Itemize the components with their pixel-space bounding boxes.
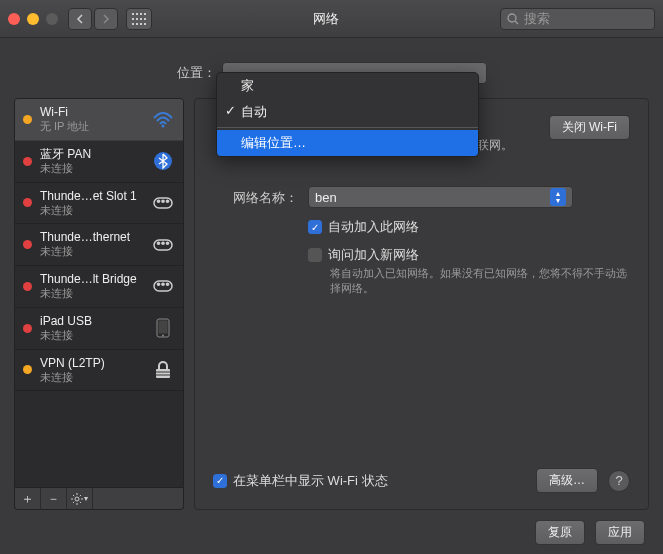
svg-rect-2 xyxy=(140,13,142,15)
toggle-wifi-button[interactable]: 关闭 Wi-Fi xyxy=(549,115,630,140)
back-button[interactable] xyxy=(68,8,92,30)
svg-point-24 xyxy=(162,335,164,337)
search-field[interactable]: 搜索 xyxy=(500,8,655,30)
remove-service-button[interactable]: － xyxy=(41,488,67,510)
bottom-bar: 复原 应用 xyxy=(0,510,663,554)
service-name: VPN (L2TP) xyxy=(40,356,143,371)
status-dot xyxy=(23,115,32,124)
checkbox-checked-icon: ✓ xyxy=(308,220,322,234)
status-dot xyxy=(23,324,32,333)
sidebar-item-3[interactable]: Thunde…thernet 未连接 ••• xyxy=(15,224,183,266)
forward-button[interactable] xyxy=(94,8,118,30)
vpn-icon xyxy=(151,360,175,380)
sidebar-item-1[interactable]: 蓝牙 PAN 未连接 xyxy=(15,141,183,183)
svg-rect-23 xyxy=(159,321,168,334)
revert-button[interactable]: 复原 xyxy=(535,520,585,545)
thunderbolt-icon: ••• xyxy=(151,235,175,255)
chevron-down-icon: ▾ xyxy=(84,494,88,503)
thunderbolt-icon: ••• xyxy=(151,276,175,296)
service-name: Thunde…lt Bridge xyxy=(40,272,143,287)
svg-rect-1 xyxy=(136,13,138,15)
service-name: iPad USB xyxy=(40,314,143,329)
menubar-label: 在菜单栏中显示 Wi-Fi 状态 xyxy=(233,472,388,490)
location-option-auto[interactable]: 自动 xyxy=(217,99,478,125)
auto-join-checkbox[interactable]: ✓ 自动加入此网络 xyxy=(308,218,630,236)
svg-text:•••: ••• xyxy=(156,236,170,251)
sidebar-item-5[interactable]: iPad USB 未连接 xyxy=(15,308,183,350)
status-dot xyxy=(23,282,32,291)
svg-rect-0 xyxy=(132,13,134,15)
location-option-home[interactable]: 家 xyxy=(217,73,478,99)
status-dot xyxy=(23,157,32,166)
service-status: 未连接 xyxy=(40,287,143,301)
svg-line-36 xyxy=(80,495,81,496)
sidebar-item-6[interactable]: VPN (L2TP) 未连接 xyxy=(15,350,183,392)
popup-arrows-icon: ▴▾ xyxy=(550,188,566,206)
sidebar-item-0[interactable]: Wi-Fi 无 IP 地址 xyxy=(15,99,183,141)
svg-rect-4 xyxy=(132,18,134,20)
help-button[interactable]: ? xyxy=(608,470,630,492)
svg-line-34 xyxy=(80,501,81,502)
ask-join-hint: 将自动加入已知网络。如果没有已知网络，您将不得不手动选择网络。 xyxy=(330,266,630,296)
svg-rect-25 xyxy=(156,369,170,378)
service-name: Wi-Fi xyxy=(40,105,143,120)
svg-rect-5 xyxy=(136,18,138,20)
wifi-icon xyxy=(151,109,175,129)
location-edit[interactable]: 编辑位置… xyxy=(217,130,478,156)
ipad-icon xyxy=(151,318,175,338)
service-status: 未连接 xyxy=(40,245,143,259)
svg-rect-7 xyxy=(144,18,146,20)
svg-text:•••: ••• xyxy=(156,277,170,292)
svg-line-33 xyxy=(73,495,74,496)
dropdown-separator xyxy=(217,127,478,128)
search-placeholder: 搜索 xyxy=(524,10,550,28)
sidebar-item-2[interactable]: Thunde…et Slot 1 未连接 ••• xyxy=(15,183,183,225)
auto-join-label: 自动加入此网络 xyxy=(328,218,419,236)
action-menu-button[interactable]: ▾ xyxy=(67,488,93,510)
search-icon xyxy=(507,13,519,25)
sidebar: Wi-Fi 无 IP 地址 蓝牙 PAN 未连接 Thunde…et Slot … xyxy=(14,98,184,488)
network-name-popup[interactable]: ben ▴▾ xyxy=(308,186,573,208)
window-title: 网络 xyxy=(152,10,500,28)
service-status: 未连接 xyxy=(40,371,143,385)
checkbox-unchecked-icon xyxy=(308,248,322,262)
add-service-button[interactable]: ＋ xyxy=(15,488,41,510)
apply-button[interactable]: 应用 xyxy=(595,520,645,545)
window-controls xyxy=(8,13,58,25)
nav-buttons xyxy=(68,8,118,30)
service-name: 蓝牙 PAN xyxy=(40,147,143,162)
titlebar: 网络 搜索 xyxy=(0,0,663,38)
gear-icon xyxy=(71,493,83,505)
location-label: 位置： xyxy=(177,64,216,82)
ask-join-label: 询问加入新网络 xyxy=(328,246,419,264)
bluetooth-icon xyxy=(151,151,175,171)
close-window-button[interactable] xyxy=(8,13,20,25)
service-name: Thunde…thernet xyxy=(40,230,143,245)
status-dot xyxy=(23,365,32,374)
service-status: 未连接 xyxy=(40,162,143,176)
service-name: Thunde…et Slot 1 xyxy=(40,189,143,204)
svg-rect-9 xyxy=(136,23,138,25)
sidebar-item-4[interactable]: Thunde…lt Bridge 未连接 ••• xyxy=(15,266,183,308)
status-dot xyxy=(23,240,32,249)
svg-rect-11 xyxy=(144,23,146,25)
advanced-button[interactable]: 高级… xyxy=(536,468,598,493)
svg-line-13 xyxy=(515,21,518,24)
svg-rect-6 xyxy=(140,18,142,20)
service-status: 未连接 xyxy=(40,329,143,343)
show-all-button[interactable] xyxy=(126,8,152,30)
service-status: 未连接 xyxy=(40,204,143,218)
checkbox-checked-icon: ✓ xyxy=(213,474,227,488)
menubar-checkbox[interactable]: ✓ 在菜单栏中显示 Wi-Fi 状态 xyxy=(213,472,388,490)
status-dot xyxy=(23,198,32,207)
location-dropdown: 家 自动 编辑位置… xyxy=(216,72,479,157)
svg-point-14 xyxy=(162,125,165,128)
ask-join-checkbox[interactable]: 询问加入新网络 xyxy=(308,246,630,264)
minimize-window-button[interactable] xyxy=(27,13,39,25)
thunderbolt-icon: ••• xyxy=(151,193,175,213)
detail-panel: 状态： 打开 Wi-Fi 没有 IP 地址，不能接入互联网。 关闭 Wi-Fi … xyxy=(194,98,649,510)
svg-point-28 xyxy=(75,497,79,501)
network-name-value: ben xyxy=(315,190,337,205)
svg-rect-10 xyxy=(140,23,142,25)
svg-point-12 xyxy=(508,14,516,22)
